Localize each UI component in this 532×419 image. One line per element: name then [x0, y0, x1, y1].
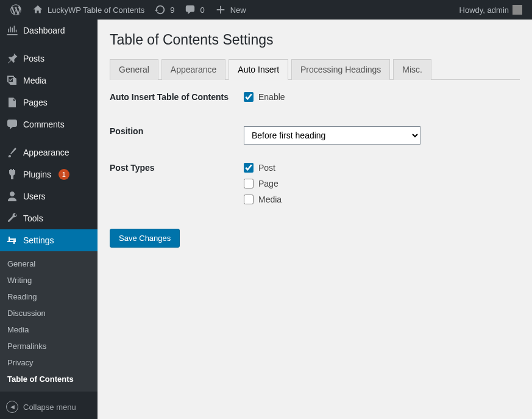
submenu-media[interactable]: Media — [0, 321, 98, 338]
sliders-icon — [6, 234, 18, 246]
position-select[interactable]: Before first heading — [244, 126, 420, 145]
post-type-page-checkbox[interactable] — [244, 179, 254, 188]
home-icon — [32, 4, 44, 16]
user-icon — [6, 190, 18, 202]
tab-misc[interactable]: Misc. — [393, 59, 431, 80]
submenu-permalinks[interactable]: Permalinks — [0, 338, 98, 354]
sidebar-item-label: Users — [23, 192, 46, 201]
avatar — [512, 5, 522, 15]
sidebar-item-dashboard[interactable]: Dashboard — [0, 20, 98, 41]
submenu-reading[interactable]: Reading — [0, 288, 98, 305]
enable-label: Enable — [258, 92, 285, 102]
tab-auto-insert[interactable]: Auto Insert — [229, 59, 288, 80]
position-label: Position — [110, 126, 244, 145]
howdy-text: Howdy, admin — [459, 5, 509, 15]
sidebar-item-media[interactable]: Media — [0, 70, 98, 91]
comments-icon — [6, 118, 18, 131]
brush-icon — [6, 146, 18, 159]
tab-general[interactable]: General — [110, 59, 158, 80]
save-button[interactable]: Save Changes — [110, 229, 180, 248]
post-type-page[interactable]: Page — [244, 179, 520, 188]
comment-icon — [184, 4, 196, 16]
sidebar-item-pages[interactable]: Pages — [0, 91, 98, 113]
new-label: New — [230, 5, 246, 15]
row-post-types: Post Types Post Page Media — [110, 151, 520, 217]
sidebar-item-tools[interactable]: Tools — [0, 207, 98, 229]
sidebar-item-label: Settings — [23, 235, 54, 245]
sidebar-item-posts[interactable]: Posts — [0, 48, 98, 70]
plugin-update-badge: 1 — [59, 169, 69, 180]
post-type-label: Page — [258, 179, 278, 188]
post-type-label: Post — [258, 163, 275, 173]
tab-nav: General Appearance Auto Insert Processin… — [110, 59, 520, 80]
tab-appearance[interactable]: Appearance — [161, 59, 226, 80]
tab-processing-headings[interactable]: Processing Headings — [291, 59, 390, 80]
admin-sidebar: Dashboard Posts Media Pages Comments App… — [0, 20, 98, 419]
sidebar-item-label: Plugins — [23, 170, 51, 179]
sidebar-item-label: Posts — [23, 54, 44, 63]
updates-count: 9 — [170, 5, 174, 15]
collapse-label: Collapse menu — [23, 403, 76, 412]
sidebar-item-label: Dashboard — [23, 26, 65, 35]
sidebar-item-settings[interactable]: Settings — [0, 229, 98, 251]
sidebar-item-plugins[interactable]: Plugins 1 — [0, 163, 98, 185]
site-title: LuckyWP Table of Contents — [48, 5, 144, 15]
sidebar-item-users[interactable]: Users — [0, 185, 98, 207]
account-link[interactable]: Howdy, admin — [455, 0, 527, 20]
submenu-writing[interactable]: Writing — [0, 272, 98, 288]
post-type-media[interactable]: Media — [244, 195, 520, 204]
post-type-label: Media — [258, 195, 282, 204]
wrench-icon — [6, 212, 18, 224]
submenu-toc[interactable]: Table of Contents — [0, 371, 98, 387]
enable-checkbox-wrap[interactable]: Enable — [244, 92, 520, 102]
plus-icon — [215, 4, 227, 16]
post-type-post-checkbox[interactable] — [244, 163, 254, 173]
row-auto-insert: Auto Insert Table of Contents Enable — [110, 80, 520, 114]
sidebar-item-label: Comments — [23, 120, 65, 129]
sidebar-item-label: Media — [23, 76, 46, 85]
new-content-link[interactable]: New — [210, 0, 251, 20]
post-types-label: Post Types — [110, 163, 244, 210]
post-type-post[interactable]: Post — [244, 163, 520, 173]
post-type-media-checkbox[interactable] — [244, 195, 254, 204]
page-title: Table of Contents Settings — [110, 32, 520, 48]
comments-link[interactable]: 0 — [179, 0, 209, 20]
media-icon — [6, 74, 18, 87]
sidebar-item-label: Pages — [23, 98, 48, 107]
comments-count: 0 — [200, 5, 204, 15]
submenu-discussion[interactable]: Discussion — [0, 305, 98, 321]
wp-logo[interactable] — [5, 0, 27, 20]
enable-checkbox[interactable] — [244, 92, 254, 102]
main-content: Table of Contents Settings General Appea… — [98, 20, 532, 419]
collapse-icon: ◀ — [6, 401, 18, 413]
dashboard-icon — [6, 24, 18, 37]
sidebar-item-appearance[interactable]: Appearance — [0, 141, 98, 163]
update-icon — [154, 4, 166, 16]
sidebar-item-label: Tools — [23, 213, 43, 223]
sidebar-item-label: Appearance — [23, 148, 69, 157]
plugin-icon — [6, 168, 18, 181]
admin-toolbar: LuckyWP Table of Contents 9 0 New Howdy,… — [0, 0, 532, 20]
settings-submenu: General Writing Reading Discussion Media… — [0, 251, 98, 392]
collapse-menu-button[interactable]: ◀ Collapse menu — [0, 395, 98, 419]
wordpress-icon — [10, 4, 22, 16]
submenu-general[interactable]: General — [0, 256, 98, 272]
row-position: Position Before first heading — [110, 114, 520, 151]
site-name-link[interactable]: LuckyWP Table of Contents — [27, 0, 149, 20]
submenu-privacy[interactable]: Privacy — [0, 354, 98, 371]
page-icon — [6, 96, 18, 109]
pin-icon — [6, 52, 18, 65]
sidebar-item-comments[interactable]: Comments — [0, 113, 98, 135]
auto-insert-label: Auto Insert Table of Contents — [110, 92, 244, 108]
updates-link[interactable]: 9 — [149, 0, 179, 20]
